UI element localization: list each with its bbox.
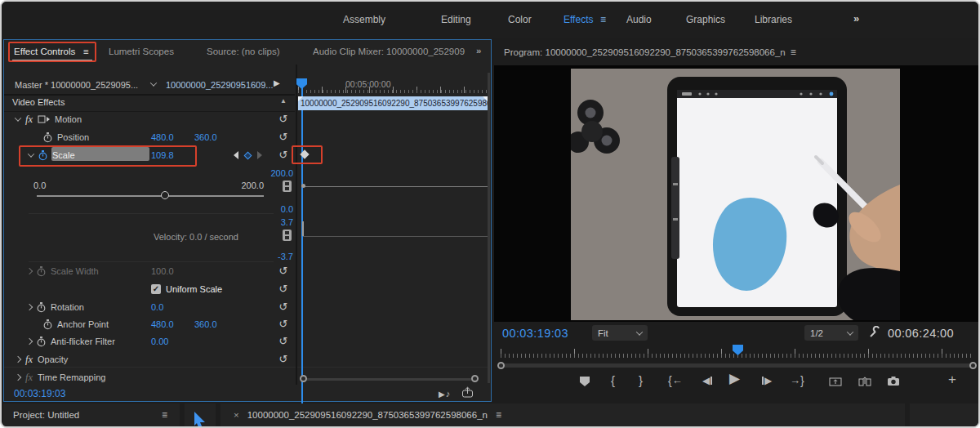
collapse-section-icon[interactable]: ▲ bbox=[280, 97, 287, 105]
playback-resolution-dropdown[interactable]: 1/2 bbox=[804, 325, 858, 341]
settings-wrench-icon[interactable] bbox=[868, 326, 881, 339]
stopwatch-icon[interactable] bbox=[37, 302, 46, 313]
workspace-tab-effects[interactable]: Effects bbox=[564, 14, 593, 25]
panel-overflow-icon[interactable]: » bbox=[476, 46, 481, 56]
stopwatch-icon[interactable] bbox=[43, 132, 52, 143]
collapsed-chevron-icon[interactable] bbox=[15, 356, 21, 363]
stopwatch-icon[interactable] bbox=[43, 319, 52, 330]
stopwatch-icon[interactable] bbox=[37, 337, 46, 347]
reset-icon[interactable]: ↺ bbox=[277, 336, 290, 347]
mark-in-icon[interactable]: { bbox=[611, 372, 615, 389]
expand-chevron-icon[interactable] bbox=[15, 114, 21, 121]
effect-row-time-remapping[interactable]: fx Time Remapping bbox=[16, 371, 105, 384]
workspace-tab-color[interactable]: Color bbox=[508, 14, 532, 25]
vertical-scrollbar[interactable] bbox=[488, 73, 490, 383]
workspace-tab-libraries[interactable]: Libraries bbox=[755, 14, 792, 25]
tools-panel[interactable] bbox=[185, 403, 216, 426]
reset-icon[interactable]: ↺ bbox=[277, 301, 290, 313]
program-scrollbar-knob-right[interactable] bbox=[969, 362, 977, 369]
export-frame-icon[interactable] bbox=[461, 386, 474, 399]
tab-source[interactable]: Source: (no clips) bbox=[207, 47, 279, 56]
panel-menu-icon[interactable]: ≡ bbox=[83, 47, 89, 56]
play-clip-icon[interactable]: ▶ bbox=[274, 78, 280, 87]
workspace-overflow-icon[interactable]: » bbox=[853, 12, 859, 25]
lift-icon[interactable] bbox=[829, 375, 842, 386]
reset-icon[interactable]: ↺ bbox=[277, 149, 290, 161]
step-back-icon[interactable]: ◀ bbox=[702, 374, 712, 387]
tab-audio-clip-mixer[interactable]: Audio Clip Mixer: 10000000_252909 bbox=[313, 47, 465, 56]
effect-row-opacity[interactable]: fx Opacity bbox=[16, 353, 68, 366]
step-forward-icon[interactable]: ▶ bbox=[762, 374, 772, 387]
next-keyframe-icon[interactable] bbox=[257, 151, 262, 159]
anti-flicker-value[interactable]: 0.00 bbox=[151, 335, 168, 348]
export-frame-camera-icon[interactable] bbox=[887, 375, 900, 386]
workspace-tab-audio[interactable]: Audio bbox=[626, 14, 652, 25]
lane-scrollbar-track[interactable] bbox=[305, 378, 474, 381]
velocity-graph-toggle-icon[interactable] bbox=[283, 230, 292, 241]
reset-icon[interactable]: ↺ bbox=[277, 114, 290, 125]
workspace-tab-editing[interactable]: Editing bbox=[441, 14, 471, 25]
go-to-in-icon[interactable]: {← bbox=[668, 374, 683, 387]
reset-icon[interactable]: ↺ bbox=[277, 283, 290, 295]
program-title: Program: 10000000_252909516092290_875036… bbox=[504, 46, 796, 59]
tab-effect-controls[interactable]: Effect Controls bbox=[14, 47, 75, 56]
video-frame[interactable] bbox=[571, 69, 900, 320]
reset-icon[interactable]: ↺ bbox=[277, 319, 290, 330]
timeline-ruler[interactable] bbox=[298, 81, 488, 93]
chevron-down-icon[interactable] bbox=[150, 79, 157, 86]
sequence-clip-selector[interactable]: 10000000_25290951609... bbox=[166, 78, 274, 91]
tab-lumetri-scopes[interactable]: Lumetri Scopes bbox=[109, 47, 174, 56]
program-scrollbar-knob-left[interactable] bbox=[497, 362, 505, 369]
scale-value[interactable]: 109.8 bbox=[151, 149, 174, 162]
selection-tool-icon[interactable] bbox=[193, 412, 207, 426]
effect-row-anchor-point: Anchor Point bbox=[43, 318, 109, 331]
timeline-panel-tab[interactable]: × 10000000_252909516092290_8750365399762… bbox=[220, 403, 905, 426]
lane-scrollbar-knob-right[interactable] bbox=[471, 375, 479, 382]
panel-menu-icon[interactable]: ≡ bbox=[496, 409, 501, 421]
previous-keyframe-icon[interactable] bbox=[234, 151, 238, 159]
project-panel-tab[interactable]: Project: Untitled ≡ bbox=[3, 403, 180, 426]
value-graph-toggle-icon[interactable] bbox=[283, 181, 292, 192]
lane-scrollbar-knob-left[interactable] bbox=[300, 375, 307, 382]
scale-slider-track[interactable] bbox=[37, 195, 264, 197]
workspace-tab-assembly[interactable]: Assembly bbox=[343, 14, 385, 25]
anchor-x-value[interactable]: 480.0 bbox=[151, 318, 174, 331]
scale-slider-handle[interactable] bbox=[161, 191, 169, 199]
program-scrollbar-track[interactable] bbox=[502, 363, 971, 368]
ec-timecode[interactable]: 00:03:19:03 bbox=[14, 388, 65, 399]
uniform-scale-checkbox[interactable]: ✓ bbox=[151, 284, 161, 294]
reset-icon[interactable]: ↺ bbox=[277, 265, 290, 277]
playhead-line bbox=[301, 87, 303, 417]
position-x-value[interactable]: 480.0 bbox=[151, 131, 174, 144]
collapsed-chevron-icon[interactable] bbox=[26, 338, 33, 345]
panel-menu-icon[interactable]: ≡ bbox=[162, 409, 167, 421]
timeline-clip-bar[interactable]: 10000000_252909516092290_875036539976259… bbox=[298, 96, 488, 110]
extract-icon[interactable] bbox=[858, 375, 871, 386]
position-y-value[interactable]: 360.0 bbox=[194, 131, 217, 144]
panel-menu-icon[interactable]: ≡ bbox=[791, 47, 796, 58]
stopwatch-icon-active[interactable] bbox=[38, 150, 47, 161]
rotation-value[interactable]: 0.0 bbox=[151, 301, 163, 314]
divider bbox=[29, 261, 274, 262]
program-current-timecode[interactable]: 00:03:19:03 bbox=[502, 327, 568, 340]
reset-icon[interactable]: ↺ bbox=[277, 132, 290, 143]
zoom-level-dropdown[interactable]: Fit bbox=[592, 325, 648, 341]
go-to-out-icon[interactable]: →} bbox=[790, 374, 804, 387]
effect-row-motion[interactable]: fx Motion bbox=[16, 113, 82, 126]
button-editor-plus-icon[interactable]: + bbox=[948, 372, 956, 388]
workspace-menu-icon[interactable]: ≡ bbox=[600, 14, 606, 25]
expand-chevron-icon[interactable] bbox=[28, 150, 34, 157]
play-button-icon[interactable]: ▶ bbox=[729, 371, 740, 387]
anchor-y-value[interactable]: 360.0 bbox=[194, 318, 217, 331]
master-clip-label[interactable]: Master * 10000000_2529095... bbox=[15, 80, 138, 90]
close-tab-icon[interactable]: × bbox=[234, 410, 239, 420]
add-marker-icon[interactable] bbox=[579, 376, 590, 387]
collapsed-chevron-icon[interactable] bbox=[26, 268, 33, 274]
add-remove-keyframe-icon[interactable] bbox=[244, 151, 252, 159]
reset-icon[interactable]: ↺ bbox=[277, 354, 290, 365]
collapsed-chevron-icon[interactable] bbox=[26, 304, 33, 310]
mark-out-icon[interactable]: } bbox=[639, 372, 643, 389]
workspace-tab-graphics[interactable]: Graphics bbox=[686, 14, 725, 25]
play-audio-icon[interactable]: ▶♪ bbox=[439, 387, 450, 400]
collapsed-chevron-icon[interactable] bbox=[15, 374, 21, 381]
